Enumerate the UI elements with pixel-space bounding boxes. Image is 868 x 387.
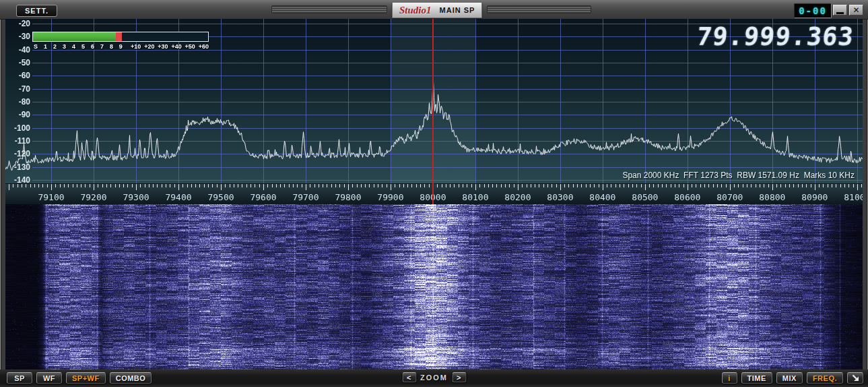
diagonal-arrow-icon [851,374,860,382]
freq-button[interactable]: FREQ. [807,372,843,384]
titlebar-grip-left[interactable] [271,5,387,13]
s-meter-scale-label: 7 [100,43,104,50]
wf-button[interactable]: WF [36,372,62,384]
zoom-control: < ZOOM > [402,372,466,382]
s-meter-scale-label: 3 [63,43,66,50]
frequency-readout[interactable]: 79.999.363 [696,22,855,51]
zoom-label: ZOOM [420,374,448,382]
minimize-icon [836,12,844,14]
zoom-in-button[interactable]: > [452,372,466,382]
s-meter: S 1 2 3 4 5 6 7 8 9 +10 +20 +30 +40 +50 … [32,32,209,50]
minimize-button[interactable] [833,5,847,16]
popout-button[interactable] [847,372,863,384]
s-meter-scale-label: 4 [72,43,75,50]
s-meter-scale-label: 2 [53,43,57,50]
spectrum-status-line: Span 2000 KHz FFT 1273 Pts RBW 1571.09 H… [622,171,855,180]
frequency-scale[interactable] [5,183,863,204]
right-buttons: i TIME MIX FREQ. [722,372,863,384]
clock-display: 8-88 0-00 [794,3,832,18]
mix-button[interactable]: MIX [776,372,803,384]
s-meter-green-fill [33,32,116,41]
s-meter-red-fill [116,32,122,41]
clock-value: 0-00 [795,5,831,16]
s-meter-scale-label: +40 [171,43,181,50]
view-mode-buttons: SP WF SP+WF COMBO [7,372,152,384]
title-plate: Studio1 MAIN SP [392,2,482,18]
info-button[interactable]: i [722,372,737,384]
toolbar: SP WF SP+WF COMBO < ZOOM > i TIME MIX FR… [0,369,868,387]
titlebar-grip-right[interactable] [487,5,591,13]
sp-button[interactable]: SP [7,372,32,384]
s-meter-scale-label: +60 [199,43,209,50]
sp-wf-button[interactable]: SP+WF [66,372,106,384]
time-button[interactable]: TIME [741,372,772,384]
s-meter-scale-label: S [34,43,38,50]
combo-button[interactable]: COMBO [110,372,152,384]
zoom-out-button[interactable]: < [402,372,416,382]
s-meter-scale-label: 5 [81,43,85,50]
brand-logo: Studio1 [399,5,432,16]
settings-button[interactable]: SETT. [16,5,57,17]
s-meter-scale-label: 6 [91,43,94,50]
s-meter-scale-label: +10 [131,43,141,50]
s-meter-scale-label: 8 [110,43,113,50]
s-meter-bar [32,32,209,42]
s-meter-scale-label: 1 [44,43,47,50]
app-window: SETT. Studio1 MAIN SP 8-88 0-00 ✕ S 1 2 … [0,0,868,387]
window-title: MAIN SP [440,6,475,14]
close-icon: ✕ [853,5,859,15]
s-meter-scale-label: +20 [144,43,154,50]
close-button[interactable]: ✕ [849,5,863,16]
s-meter-scale-label: +50 [185,43,195,50]
s-meter-scale: S 1 2 3 4 5 6 7 8 9 +10 +20 +30 +40 +50 … [32,43,209,50]
s-meter-scale-label: +30 [158,43,168,50]
waterfall-display[interactable] [5,204,863,369]
titlebar[interactable]: SETT. Studio1 MAIN SP 8-88 0-00 ✕ [0,0,868,20]
